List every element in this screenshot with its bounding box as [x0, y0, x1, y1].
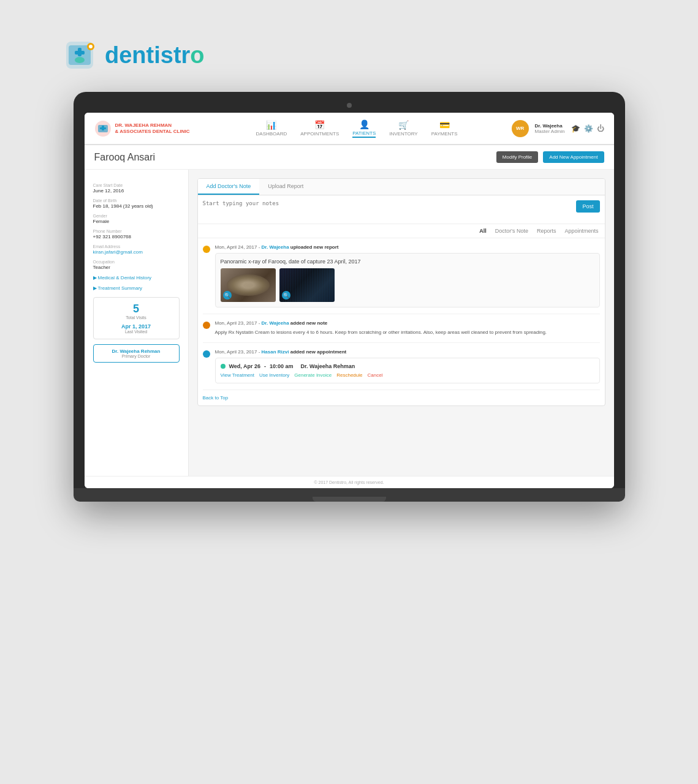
payments-icon: 💳 — [439, 120, 450, 130]
email-label: Email Address — [93, 244, 180, 249]
filter-doctors-note[interactable]: Doctor's Note — [495, 228, 528, 234]
nav-inventory[interactable]: 🛒 INVENTORY — [389, 120, 417, 137]
inventory-icon: 🛒 — [398, 120, 409, 130]
phone-label: Phone Number — [93, 229, 180, 233]
patient-name-bar: Farooq Ansari Modify Profile Add New App… — [85, 145, 614, 170]
appointment-header: Wed, Apr 26 - 10:00 am Dr. Wajeeha Rehma… — [221, 363, 594, 369]
clinic-logo: DR. WAJEEHA REHMAN & ASSOCIATES DENTAL C… — [94, 120, 190, 137]
xray-image-right: 🔍 — [279, 268, 335, 302]
user-info: Dr. Wajeeha Master Admin — [535, 123, 565, 134]
appointments-icon: 📅 — [314, 120, 325, 130]
occupation-value: Teacher — [93, 265, 180, 270]
view-treatment-link[interactable]: View Treatment — [221, 372, 254, 378]
care-start-label: Care Start Date — [93, 183, 180, 187]
occupation-label: Occupation — [93, 260, 180, 264]
report-card-title: Panoramic x-ray of Farooq, date of captu… — [221, 258, 594, 265]
patient-header-actions: Modify Profile Add New Appointment — [496, 151, 604, 163]
main-content-area: Add Doctor's Note Upload Report Post All — [189, 170, 614, 476]
graduation-icon[interactable]: 🎓 — [571, 124, 580, 133]
reschedule-link[interactable]: Reschedule — [336, 372, 362, 378]
total-visits-box: 5 Total Visits Apr 1, 2017 Last Visited — [93, 297, 180, 339]
zoom-icon-left[interactable]: 🔍 — [223, 291, 232, 300]
filter-reports[interactable]: Reports — [537, 228, 556, 234]
activity-dot-yellow — [203, 246, 210, 253]
email-value: kiran.jafari@gmail.com — [93, 249, 180, 255]
svg-point-6 — [89, 45, 93, 48]
tab-upload-report[interactable]: Upload Report — [259, 179, 312, 195]
app-header: DR. WAJEEHA REHMAN & ASSOCIATES DENTAL C… — [85, 113, 614, 145]
svg-rect-10 — [100, 127, 106, 129]
nav-dashboard[interactable]: 📊 DASHBOARD — [256, 120, 287, 137]
activity-header-1: Mon, April 24, 2017 - Dr. Wajeeha upload… — [215, 244, 600, 250]
svg-rect-3 — [75, 51, 85, 55]
activity-header-2: Mon, April 23, 2017 - Dr. Wajeeha added … — [215, 320, 600, 326]
footer: © 2017 Dentistro, All rights reserved. — [85, 476, 614, 488]
settings-icon[interactable]: ⚙️ — [584, 124, 593, 133]
patient-sidebar: Care Start Date June 12, 2016 Date of Bi… — [85, 170, 189, 476]
chevron-right-icon-2: ▶ — [93, 285, 97, 291]
nav-appointments[interactable]: 📅 APPOINTMENTS — [300, 120, 339, 137]
page-header-main: DR. WAJEEHA REHMAN & ASSOCIATES DENTAL C… — [85, 113, 614, 145]
last-visited-label: Last Visited — [99, 330, 174, 334]
dob-value: Feb 18, 1984 (32 years old) — [93, 203, 180, 209]
dashboard-icon: 📊 — [266, 120, 276, 130]
gender-label: Gender — [93, 214, 180, 218]
activity-content-2: Mon, April 23, 2017 - Dr. Wajeeha added … — [215, 320, 600, 336]
laptop-camera — [347, 103, 352, 108]
logo-text: dentistro — [105, 42, 205, 69]
gender-value: Female — [93, 219, 180, 224]
xray-images: 🔍 🔍 — [221, 268, 594, 302]
notes-input-area: Post — [198, 195, 605, 224]
note-text: Apply Rx Nystatin Cream to lesions every… — [215, 329, 600, 336]
last-visited-date: Apr 1, 2017 — [99, 323, 174, 330]
generate-invoice-link[interactable]: Generate Invoice — [294, 372, 332, 378]
appointment-status-dot — [221, 364, 226, 369]
activity-list: Mon, April 24, 2017 - Dr. Wajeeha upload… — [198, 238, 605, 390]
notes-textarea[interactable] — [203, 200, 572, 219]
activity-dot-orange — [203, 322, 210, 329]
activity-item-2: Mon, April 23, 2017 - Dr. Wajeeha added … — [203, 314, 600, 343]
filter-tabs: All Doctor's Note Reports Appointments — [198, 224, 605, 238]
total-visits-number: 5 — [99, 303, 174, 315]
use-inventory-link[interactable]: Use Inventory — [259, 372, 289, 378]
activity-header-3: Mon, April 23, 2017 - Hasan Rizvi added … — [215, 349, 600, 355]
activity-item-3: Mon, April 23, 2017 - Hasan Rizvi added … — [203, 343, 600, 390]
nav-patients[interactable]: 👤 PATIENTS — [352, 119, 376, 138]
xray-image-left: 🔍 — [221, 268, 276, 302]
appointment-actions: View Treatment Use Inventory Generate In… — [221, 372, 594, 378]
cancel-link[interactable]: Cancel — [367, 372, 382, 378]
filter-appointments[interactable]: Appointments — [564, 228, 598, 234]
main-nav: 📊 DASHBOARD 📅 APPOINTMENTS 👤 PATIENTS 🛒 … — [202, 119, 511, 138]
back-to-top-link[interactable]: Back to Top — [198, 390, 605, 405]
appointment-card: Wed, Apr 26 - 10:00 am Dr. Wajeeha Rehma… — [215, 358, 600, 383]
activity-item: Mon, April 24, 2017 - Dr. Wajeeha upload… — [203, 238, 600, 314]
total-visits-label: Total Visits — [99, 315, 174, 320]
filter-all[interactable]: All — [479, 228, 487, 234]
clinic-logo-icon — [94, 120, 112, 137]
tab-add-doctors-note[interactable]: Add Doctor's Note — [198, 179, 260, 195]
zoom-icon-right[interactable]: 🔍 — [282, 291, 290, 300]
laptop-screen: DR. WAJEEHA REHMAN & ASSOCIATES DENTAL C… — [85, 113, 614, 488]
laptop: DR. WAJEEHA REHMAN & ASSOCIATES DENTAL C… — [74, 92, 625, 502]
laptop-base — [74, 488, 625, 502]
activity-dot-teal — [203, 350, 210, 358]
page-content: Care Start Date June 12, 2016 Date of Bi… — [85, 170, 614, 476]
nav-payments[interactable]: 💳 PAYMENTS — [431, 120, 458, 137]
activity-content-3: Mon, April 23, 2017 - Hasan Rizvi added … — [215, 349, 600, 383]
medical-history-link[interactable]: ▶ Medical & Dental History — [93, 275, 180, 281]
header-icons: 🎓 ⚙️ ⏻ — [571, 124, 604, 133]
activity-content-1: Mon, April 24, 2017 - Dr. Wajeeha upload… — [215, 244, 600, 307]
header-right: WR Dr. Wajeeha Master Admin 🎓 ⚙️ ⏻ — [512, 120, 604, 137]
svg-point-4 — [75, 57, 85, 63]
patients-icon: 👤 — [359, 119, 370, 129]
logo-area: dentistro — [49, 24, 601, 92]
post-button[interactable]: Post — [576, 200, 599, 213]
modify-profile-button[interactable]: Modify Profile — [496, 151, 538, 163]
notes-panel: Add Doctor's Note Upload Report Post All — [197, 178, 605, 406]
patient-name-title: Farooq Ansari — [94, 152, 156, 163]
power-icon[interactable]: ⏻ — [597, 124, 604, 133]
add-new-appointment-button[interactable]: Add New Appointment — [543, 151, 604, 163]
care-start-date: June 12, 2016 — [93, 188, 180, 194]
primary-doctor-box: Dr. Wajeeha Rehman Primary Doctor — [93, 344, 180, 363]
treatment-summary-link[interactable]: ▶ Treatment Summary — [93, 285, 180, 291]
